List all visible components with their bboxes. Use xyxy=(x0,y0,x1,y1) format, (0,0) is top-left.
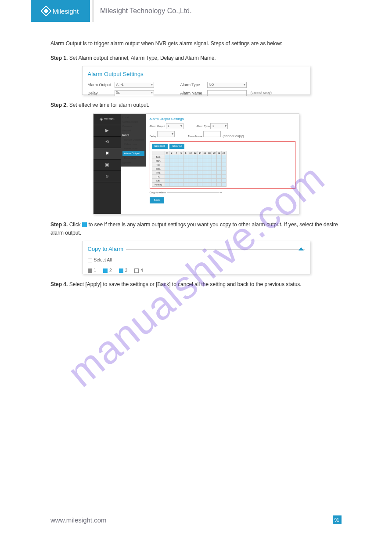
step-3-post: to see if there is any alarm output sett… xyxy=(50,221,338,236)
checkbox-1[interactable] xyxy=(88,268,92,273)
sidebar-brand-text: Milesight xyxy=(104,117,115,121)
tree-record[interactable]: Record xyxy=(122,128,144,133)
cb-2-label: 2 xyxy=(109,267,112,274)
page-content: Alarm Output is to trigger alarm output … xyxy=(0,22,392,289)
expand-icon xyxy=(82,222,87,227)
select-all-label: Select All xyxy=(94,257,112,264)
nav-logout[interactable]: ⎋ xyxy=(94,171,121,182)
nav-playback[interactable]: ⟲ xyxy=(94,137,121,148)
p2-sel2[interactable]: 1 xyxy=(210,123,228,129)
brand-logo: Milesight xyxy=(31,0,90,22)
copy-to-alarm-panel: Copy to Alarm Select All 1 2 3 4 xyxy=(82,241,310,274)
step-1-text: Set Alarm output channel, Alarm Type, De… xyxy=(68,55,216,61)
p2-f1: Alarm Output 1 xyxy=(150,123,183,129)
step-3-label: Step 3. xyxy=(50,221,68,228)
page-number: 91 xyxy=(333,515,342,524)
label-delay: Delay xyxy=(88,90,112,96)
schedule-highlight: Select All Clear All 0246810121416182022… xyxy=(150,141,295,189)
tree-alarm-output[interactable]: Alarm Output xyxy=(122,151,144,156)
p2-f2: Alarm Type 1 xyxy=(197,123,228,129)
footer-url: www.milesight.com xyxy=(50,516,107,524)
sidebar-brand: ◈ Milesight xyxy=(94,114,121,125)
page-header: Milesight Milesight Technology Co.,Ltd. xyxy=(0,0,392,22)
panel2-title: Alarm Output Settings xyxy=(150,116,295,122)
cb-1[interactable]: 1 xyxy=(88,267,97,274)
cb-3[interactable]: 3 xyxy=(119,267,128,274)
label-alarm-name: Alarm Name xyxy=(180,90,205,96)
step-2-label: Step 2. xyxy=(50,102,68,108)
copy-to-alarm-row[interactable]: Copy to Alarm ▾ xyxy=(150,191,295,195)
settings-tree: Local Configuration Camera Record Event … xyxy=(121,114,146,214)
btn-select-all[interactable]: Select All xyxy=(152,144,168,149)
tree-exception[interactable]: Exception xyxy=(122,156,144,160)
alarm-output-settings-panel: Alarm Output Settings Alarm Output A->1 … xyxy=(82,66,310,95)
panel2-main: Alarm Output Settings Alarm Output 1 Ala… xyxy=(146,114,299,214)
step-1-label: Step 1. xyxy=(50,55,68,61)
tree-local[interactable]: Local Configuration xyxy=(122,115,144,124)
save-button[interactable]: Save xyxy=(150,197,165,203)
field-alarm-type: Alarm Type NO xyxy=(180,82,247,88)
company-name: Milesight Technology Co.,Ltd. xyxy=(100,7,192,15)
diamond-icon xyxy=(40,5,51,16)
tree-videoloss[interactable]: Video Loss xyxy=(122,142,144,146)
tree-event[interactable]: Event xyxy=(122,133,144,137)
step-2: Step 2. Set effective time for alarm out… xyxy=(50,101,342,109)
checkbox-3[interactable] xyxy=(119,268,123,273)
input-alarm-name[interactable] xyxy=(207,90,247,96)
step-4-text: Select [Apply] to save the settings or [… xyxy=(68,281,301,287)
select-alarm-type[interactable]: NO xyxy=(207,82,247,88)
collapse-icon[interactable] xyxy=(298,247,304,250)
checkbox-4[interactable] xyxy=(134,268,139,273)
p2-sel1[interactable]: 1 xyxy=(166,123,183,129)
step-4: Step 4. Select [Apply] to save the setti… xyxy=(50,280,342,289)
header-divider xyxy=(92,0,94,22)
field-alarm-output: Alarm Output A->1 xyxy=(88,82,154,88)
step-1: Step 1. Set Alarm output channel, Alarm … xyxy=(50,54,342,62)
checkbox-2[interactable] xyxy=(103,268,108,273)
field-delay: Delay 5s xyxy=(88,90,154,96)
tree-camera[interactable]: Camera xyxy=(122,124,144,128)
tree-motion[interactable]: Motion Detection xyxy=(122,138,144,142)
select-all-row[interactable]: Select All xyxy=(88,257,305,264)
nav-status[interactable]: ▣ xyxy=(94,160,121,171)
cb-4[interactable]: 4 xyxy=(134,267,143,274)
step-4-label: Step 4. xyxy=(50,281,68,287)
field-alarm-name: Alarm Name (cannot copy) xyxy=(180,90,272,96)
panel3-title-row: Copy to Alarm xyxy=(88,245,305,254)
cb-2[interactable]: 2 xyxy=(103,267,112,274)
sidebar: ◈ Milesight ▶ ⟲ ✖ ▣ ⎋ xyxy=(94,114,121,214)
effective-time-panel: ◈ Milesight ▶ ⟲ ✖ ▣ ⎋ Local Configuratio… xyxy=(93,113,299,214)
p2-f4: Alarm Name (cannot copy) xyxy=(188,131,244,139)
btn-clear-all[interactable]: Clear All xyxy=(169,144,184,149)
checkbox-select-all[interactable] xyxy=(88,258,92,262)
hint-cannot-copy: (cannot copy) xyxy=(251,90,272,96)
page-number-wrap: 91 xyxy=(333,515,342,524)
intro-text: Alarm Output is to trigger alarm output … xyxy=(50,40,342,48)
label-alarm-type: Alarm Type xyxy=(180,82,205,88)
panel1-title: Alarm Output Settings xyxy=(88,70,305,79)
p2-sel3[interactable] xyxy=(157,131,175,137)
cb-1-label: 1 xyxy=(94,267,97,274)
tree-alarm-input[interactable]: Alarm Input xyxy=(122,146,144,151)
tree-system[interactable]: System xyxy=(122,160,144,165)
p2-hint: (cannot copy) xyxy=(223,134,244,138)
step-3-pre: Click xyxy=(69,221,82,228)
page-footer: www.milesight.com 91 xyxy=(50,515,342,524)
cb-4-label: 4 xyxy=(140,267,143,274)
alarm-checkbox-row: 1 2 3 4 xyxy=(88,267,305,274)
panel3-title: Copy to Alarm xyxy=(88,245,124,254)
label-alarm-output: Alarm Output xyxy=(88,82,112,88)
nav-settings[interactable]: ✖ xyxy=(94,148,121,160)
nav-live[interactable]: ▶ xyxy=(94,125,121,137)
panel3-hr xyxy=(126,249,304,250)
select-alarm-output[interactable]: A->1 xyxy=(115,82,154,88)
p2-txt4[interactable] xyxy=(203,131,221,137)
brand-text: Milesight xyxy=(53,7,79,15)
schedule-grid[interactable]: 024681012141618202224Sun.Mon.Tue.Wed.Thu… xyxy=(152,151,227,187)
step-2-text: Set effective time for alarm output. xyxy=(68,102,149,108)
cb-3-label: 3 xyxy=(125,267,128,274)
select-delay[interactable]: 5s xyxy=(115,90,154,96)
step-3: Step 3. Click to see if there is any ala… xyxy=(50,221,342,237)
p2-f3: Delay xyxy=(150,131,175,139)
